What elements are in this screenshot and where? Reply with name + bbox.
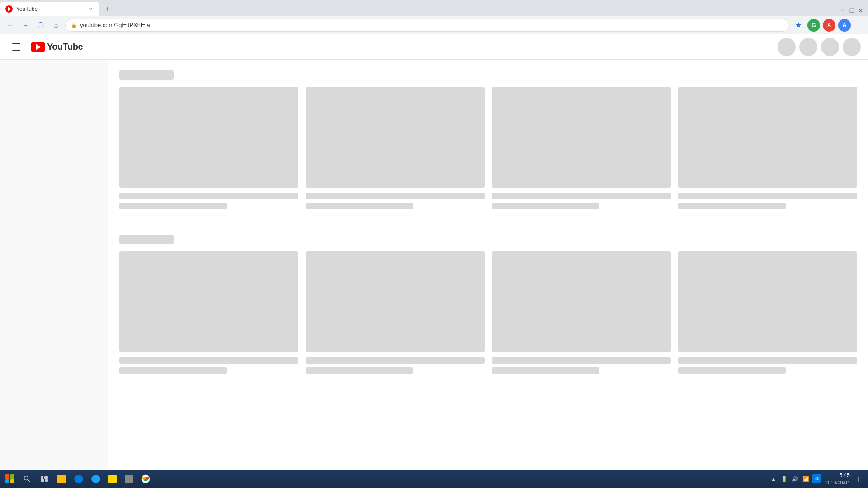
tab-close-button[interactable]: ✕ — [87, 5, 94, 13]
notes-icon — [108, 475, 117, 483]
bag-icon — [125, 475, 133, 483]
lock-icon: 🔒 — [71, 22, 77, 28]
svg-line-1 — [28, 480, 30, 482]
tray-arrow-icon[interactable]: ▲ — [769, 474, 778, 483]
notification-count: 39 — [814, 476, 819, 481]
profile-button[interactable]: A — [838, 19, 851, 32]
video-grid-2 — [119, 251, 857, 352]
video-section-1 — [119, 70, 857, 209]
extension-1-button[interactable]: G — [807, 19, 820, 32]
taskbar-system-tray: ▲ 🔋 🔊 📶 39 5:45 2019/09/04 | — [769, 472, 866, 486]
taskbar-app-edge[interactable] — [71, 472, 87, 486]
notification-badge[interactable]: 39 — [812, 474, 821, 483]
youtube-app: YouTube — [0, 34, 868, 470]
youtube-logo[interactable]: YouTube — [31, 42, 83, 52]
header-circle-2[interactable] — [799, 38, 817, 56]
forward-button[interactable]: → — [19, 19, 32, 32]
clock-time: 5:45 — [825, 472, 850, 479]
section-1-title-skeleton — [119, 70, 174, 80]
taskbar-app-bag[interactable] — [121, 472, 137, 486]
video-thumbnail-2-2[interactable] — [306, 251, 485, 352]
meta-full-1-3 — [492, 193, 671, 199]
meta-half-1-1 — [119, 203, 227, 209]
taskbar-app-explorer[interactable] — [53, 472, 70, 486]
extension-2-button[interactable]: A — [823, 19, 835, 32]
meta-full-1-2 — [306, 193, 485, 199]
hamburger-line-2 — [12, 47, 20, 47]
hamburger-menu-button[interactable] — [7, 38, 25, 56]
restore-button[interactable]: ❐ — [848, 7, 855, 14]
windows-logo-icon — [5, 474, 14, 483]
tab-favicon-icon — [5, 5, 13, 13]
hamburger-line-1 — [12, 43, 20, 44]
meta-half-2-3 — [492, 367, 599, 374]
win-logo-cell-3 — [5, 479, 9, 483]
video-thumbnail-2-3[interactable] — [492, 251, 671, 352]
taskbar-app-notes[interactable] — [105, 472, 120, 486]
url-bar[interactable]: 🔒 youtube.com/?gl=JP&hl=ja — [65, 19, 789, 32]
back-button[interactable]: ← — [4, 19, 16, 32]
video-thumbnail-2-4[interactable] — [678, 251, 857, 352]
meta-full-2-1 — [119, 357, 298, 364]
video-section-2 — [119, 235, 857, 374]
youtube-main-content[interactable] — [108, 60, 868, 470]
meta-half-2-1 — [119, 367, 227, 374]
video-thumbnail-1-2[interactable] — [306, 87, 485, 188]
youtube-logo-icon — [31, 42, 45, 52]
video-meta-row-1-half — [119, 203, 857, 209]
svg-rect-4 — [41, 479, 44, 482]
youtube-content — [0, 60, 868, 470]
ie-icon — [91, 475, 100, 483]
show-desktop-button[interactable]: | — [854, 474, 863, 483]
browser-tab[interactable]: YouTube ✕ — [0, 2, 99, 16]
youtube-header-right — [778, 38, 861, 56]
new-tab-button[interactable]: + — [101, 3, 114, 15]
meta-full-1-4 — [678, 193, 857, 199]
task-view-button[interactable] — [36, 471, 52, 487]
meta-half-2-4 — [678, 367, 786, 374]
address-bar: ← → ⌂ 🔒 youtube.com/?gl=JP&hl=ja ★ G A A… — [0, 16, 868, 34]
volume-icon[interactable]: 🔊 — [791, 474, 800, 483]
browser-frame: YouTube ✕ + − ❐ ✕ ← → ⌂ 🔒 youtube.com/?g… — [0, 0, 868, 488]
hamburger-line-3 — [12, 50, 20, 51]
tab-title: YouTube — [16, 6, 83, 12]
taskbar-app-chrome[interactable] — [137, 472, 154, 486]
header-circle-4[interactable] — [843, 38, 861, 56]
video-meta-row-2-full — [119, 357, 857, 364]
taskbar-app-ie[interactable] — [88, 472, 104, 486]
win-logo-cell-1 — [5, 474, 9, 479]
reload-button[interactable] — [34, 19, 47, 32]
meta-half-2-2 — [306, 367, 413, 374]
minimize-button[interactable]: − — [839, 7, 846, 14]
network-icon[interactable]: 📶 — [802, 474, 811, 483]
browser-menu-button[interactable]: ⋮ — [854, 21, 864, 29]
svg-rect-3 — [44, 476, 48, 479]
header-circle-1[interactable] — [778, 38, 796, 56]
home-button[interactable]: ⌂ — [50, 19, 62, 32]
video-thumbnail-2-1[interactable] — [119, 251, 298, 352]
loading-spinner — [38, 22, 44, 28]
video-meta-row-2-half — [119, 367, 857, 374]
svg-rect-5 — [45, 479, 48, 482]
battery-icon[interactable]: 🔋 — [780, 474, 789, 483]
search-taskbar-button[interactable] — [19, 471, 35, 487]
video-thumbnail-1-1[interactable] — [119, 87, 298, 188]
win-logo-cell-4 — [10, 479, 14, 483]
youtube-sidebar — [0, 60, 108, 470]
video-thumbnail-1-4[interactable] — [678, 87, 857, 188]
header-circle-3[interactable] — [821, 38, 839, 56]
video-thumbnail-1-3[interactable] — [492, 87, 671, 188]
section-2-title-skeleton — [119, 235, 174, 244]
meta-full-2-3 — [492, 357, 671, 364]
edge-icon — [74, 475, 83, 483]
close-button[interactable]: ✕ — [857, 7, 864, 14]
meta-half-1-3 — [492, 203, 599, 209]
meta-full-1-1 — [119, 193, 298, 199]
start-button[interactable] — [2, 471, 18, 487]
svg-rect-2 — [41, 476, 43, 479]
bookmark-star-icon[interactable]: ★ — [792, 19, 805, 32]
window-controls: − ❐ ✕ — [839, 7, 868, 16]
video-grid-1 — [119, 87, 857, 188]
system-clock[interactable]: 5:45 2019/09/04 — [823, 472, 852, 486]
svg-point-0 — [24, 476, 28, 480]
